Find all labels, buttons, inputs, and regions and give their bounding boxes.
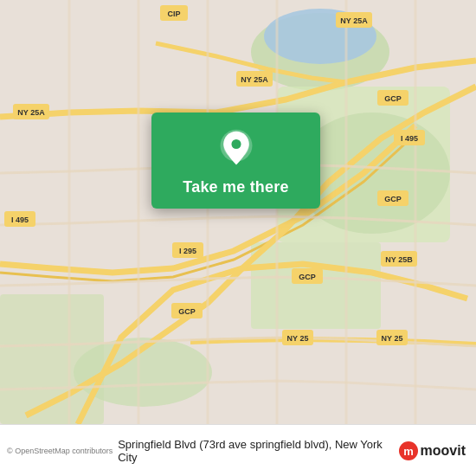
svg-text:I 495: I 495: [401, 134, 418, 143]
svg-text:NY 25A: NY 25A: [241, 75, 268, 84]
svg-text:GCP: GCP: [178, 307, 196, 316]
svg-text:NY 25A: NY 25A: [17, 108, 45, 117]
take-me-there-label: Take me there: [183, 178, 288, 196]
svg-text:I 295: I 295: [179, 247, 196, 255]
svg-text:m: m: [403, 445, 414, 458]
moovit-logo: m moovit: [399, 441, 466, 460]
svg-point-38: [231, 139, 241, 149]
bottom-bar: © OpenStreetMap contributors Springfield…: [0, 424, 476, 476]
map-container[interactable]: CIP NY 25A NY 25A NY 25A GCP GCP GCP GCP…: [0, 0, 476, 424]
svg-text:NY 25B: NY 25B: [385, 255, 413, 264]
moovit-m-icon: m: [399, 441, 418, 460]
svg-text:GCP: GCP: [384, 94, 402, 103]
location-pin-icon: [215, 128, 257, 170]
attribution-text: © OpenStreetMap contributors: [7, 447, 113, 455]
svg-text:I 495: I 495: [11, 215, 29, 224]
svg-text:NY 25: NY 25: [287, 334, 309, 343]
map-background: CIP NY 25A NY 25A NY 25A GCP GCP GCP GCP…: [0, 0, 476, 424]
svg-text:NY 25A: NY 25A: [340, 16, 368, 25]
location-label: Springfield Blvd (73rd ave springfield b…: [118, 438, 398, 464]
moovit-text: moovit: [421, 443, 466, 459]
svg-text:NY 25: NY 25: [382, 334, 403, 343]
svg-text:GCP: GCP: [384, 195, 402, 203]
svg-text:CIP: CIP: [167, 10, 180, 18]
take-me-there-card[interactable]: Take me there: [151, 113, 320, 209]
svg-rect-4: [251, 242, 381, 329]
svg-text:GCP: GCP: [299, 273, 316, 281]
